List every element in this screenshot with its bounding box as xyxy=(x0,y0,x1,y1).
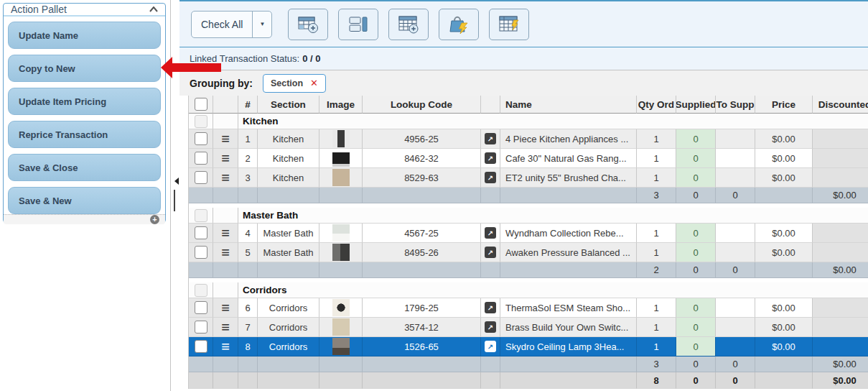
total-to-supp: 0 xyxy=(716,372,755,389)
table-row[interactable]: ≡ 3 Kitchen 8529-63 ↗ ET2 unity 55" Brus… xyxy=(189,168,868,188)
group-checkbox[interactable] xyxy=(195,115,207,128)
col-name[interactable]: Name xyxy=(500,96,637,114)
remove-grouping-icon[interactable]: ✕ xyxy=(310,78,318,88)
grouping-chip-section[interactable]: Section ✕ xyxy=(263,74,326,93)
quick-purchase-bag-icon xyxy=(447,14,470,35)
open-item-icon[interactable]: ↗ xyxy=(485,321,496,333)
row-checkbox[interactable] xyxy=(195,301,207,314)
toolbar: Check All ▼ xyxy=(179,1,868,47)
row-supplied: 0 xyxy=(676,129,716,149)
collapse-panel-arrow-icon[interactable] xyxy=(174,178,179,185)
group-checkbox[interactable] xyxy=(195,209,207,222)
row-menu-icon[interactable]: ≡ xyxy=(221,245,230,259)
row-checkbox[interactable] xyxy=(195,171,207,184)
row-discounted xyxy=(813,149,868,168)
save-close-button[interactable]: Save & Close xyxy=(8,154,161,181)
table-row[interactable]: ≡ 5 Master Bath 8495-26 ↗ Awaken Pressur… xyxy=(189,243,868,262)
row-menu-icon[interactable]: ≡ xyxy=(221,151,230,165)
row-checkbox[interactable] xyxy=(195,321,207,334)
check-all-button[interactable]: Check All xyxy=(192,12,252,37)
row-discounted xyxy=(813,337,868,356)
group-name: Kitchen xyxy=(238,114,868,129)
open-item-icon[interactable]: ↗ xyxy=(485,247,496,258)
open-item-icon[interactable]: ↗ xyxy=(485,227,496,239)
table-row[interactable]: ≡ 4 Master Bath 4567-25 ↗ Wyndham Collec… xyxy=(189,224,868,243)
product-thumbnail xyxy=(332,150,350,167)
quick-purchase-button[interactable] xyxy=(439,9,479,40)
row-checkbox[interactable] xyxy=(195,152,207,165)
table-row-selected[interactable]: ≡ 8 Corridors 1526-65 ↗ Skydro Ceiling L… xyxy=(189,337,868,356)
col-discounted[interactable]: Discounted xyxy=(813,96,868,114)
select-all-checkbox[interactable] xyxy=(195,98,207,111)
row-supplied: 0 xyxy=(676,243,716,262)
table-row[interactable]: ≡ 1 Kitchen 4956-25 ↗ 4 Piece Kitchen Ap… xyxy=(189,129,868,149)
row-supplied: 0 xyxy=(676,337,716,356)
col-price[interactable]: Price xyxy=(755,96,813,114)
col-lookup[interactable]: Lookup Code xyxy=(363,96,481,114)
action-pallet-header: Action Pallet xyxy=(4,4,165,17)
row-checkbox[interactable] xyxy=(195,340,207,353)
table-row[interactable]: ≡ 2 Kitchen 8462-32 ↗ Cafe 30" Natural G… xyxy=(189,149,868,168)
col-num[interactable]: # xyxy=(238,96,258,114)
row-menu-icon[interactable]: ≡ xyxy=(221,300,230,315)
update-item-pricing-button[interactable]: Update Item Pricing xyxy=(8,88,161,115)
col-to-supp[interactable]: To Supp xyxy=(716,96,755,114)
collapse-chevron-icon[interactable] xyxy=(149,6,158,12)
add-item-grid-button[interactable] xyxy=(288,9,328,40)
split-view-button[interactable] xyxy=(338,9,378,40)
open-item-icon[interactable]: ↗ xyxy=(485,172,496,183)
open-item-icon[interactable]: ↗ xyxy=(485,133,496,144)
total-discounted: $0.00 xyxy=(813,372,868,389)
check-all-dropdown[interactable]: ▼ xyxy=(252,12,271,37)
quick-fill-table-icon xyxy=(497,14,521,34)
col-supplied[interactable]: Supplied xyxy=(676,96,716,114)
row-name: Brass Build Your Own Switc... xyxy=(500,318,637,337)
table-row[interactable]: ≡ 7 Corridors 3574-12 ↗ Brass Build Your… xyxy=(189,318,868,337)
add-action-icon[interactable]: + xyxy=(150,215,159,224)
col-image[interactable]: Image xyxy=(319,96,363,114)
update-name-button[interactable]: Update Name xyxy=(8,22,161,49)
product-thumbnail xyxy=(332,169,350,186)
open-item-icon[interactable]: ↗ xyxy=(485,341,496,352)
col-qty[interactable]: Qty Ord xyxy=(637,96,676,114)
open-item-icon[interactable]: ↗ xyxy=(485,302,496,313)
status-value: 0 / 0 xyxy=(302,53,320,64)
col-link xyxy=(481,96,500,114)
open-item-icon[interactable]: ↗ xyxy=(485,152,496,164)
row-to-supp xyxy=(716,224,755,243)
row-price: $0.00 xyxy=(755,129,813,149)
row-checkbox[interactable] xyxy=(195,246,207,259)
row-name: Cafe 30" Natural Gas Rang... xyxy=(500,149,637,168)
row-price: $0.00 xyxy=(755,224,813,243)
row-section: Master Bath xyxy=(258,224,319,243)
splitter-grip[interactable] xyxy=(174,190,175,211)
total-supplied: 0 xyxy=(676,372,716,389)
row-section: Kitchen xyxy=(258,129,319,149)
row-menu-icon[interactable]: ≡ xyxy=(221,320,230,334)
row-price: $0.00 xyxy=(755,318,813,337)
product-thumbnail xyxy=(332,130,350,147)
reprice-transaction-button[interactable]: Reprice Transaction xyxy=(8,121,161,148)
row-to-supp xyxy=(716,168,755,188)
group-name: Corridors xyxy=(238,282,868,298)
row-checkbox[interactable] xyxy=(195,226,207,239)
save-new-button[interactable]: Save & New xyxy=(8,187,161,214)
quick-fill-table-button[interactable] xyxy=(489,9,529,40)
subtotal-qty: 2 xyxy=(637,262,676,278)
row-lookup-code: 4956-25 xyxy=(363,129,481,149)
row-checkbox[interactable] xyxy=(195,132,207,145)
check-all-split-button: Check All ▼ xyxy=(191,11,272,38)
copy-to-new-button[interactable]: Copy to New xyxy=(8,55,161,82)
add-table-button[interactable] xyxy=(388,9,429,40)
row-number: 2 xyxy=(238,149,258,168)
row-menu-icon[interactable]: ≡ xyxy=(221,339,230,354)
row-menu-icon[interactable]: ≡ xyxy=(221,132,230,146)
table-row[interactable]: ≡ 6 Corridors 1796-25 ↗ ThermaSol ESM St… xyxy=(189,298,868,318)
row-menu-icon[interactable]: ≡ xyxy=(221,170,230,185)
row-menu-icon[interactable]: ≡ xyxy=(221,226,230,240)
chevron-down-icon: ▼ xyxy=(259,21,265,27)
group-checkbox[interactable] xyxy=(195,284,207,297)
row-discounted xyxy=(813,243,868,262)
col-section[interactable]: Section xyxy=(258,96,319,114)
grid-header-row: # Section Image Lookup Code Name Qty Ord… xyxy=(189,96,868,114)
